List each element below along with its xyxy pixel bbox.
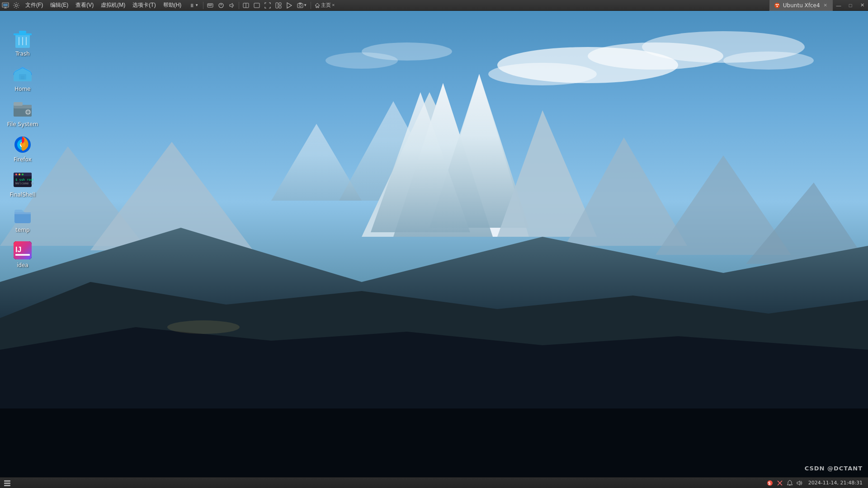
svg-rect-24 — [297, 4, 303, 8]
audio-button[interactable] — [227, 1, 237, 10]
desktop-icon-filesystem[interactable]: File System — [5, 97, 41, 129]
finalshell-label: FinalShell — [10, 192, 36, 198]
svg-point-58 — [167, 320, 240, 334]
present-icon — [286, 2, 292, 9]
pause-button[interactable]: ⏸ ▼ — [187, 1, 201, 10]
svg-marker-97 — [797, 481, 800, 485]
minimize-button[interactable]: — — [833, 0, 844, 11]
svg-point-5 — [15, 4, 18, 6]
desktop-icon-temp[interactable]: temp — [5, 202, 41, 235]
svg-point-39 — [326, 52, 398, 69]
app-menu-icon — [4, 479, 11, 487]
svg-point-79 — [19, 174, 20, 175]
svg-point-80 — [22, 174, 24, 175]
close-button[interactable]: ✕ — [856, 0, 868, 11]
svg-rect-9 — [210, 4, 211, 5]
datetime-display: 2024-11-14, 21:48:31 — [808, 480, 863, 486]
trash-icon — [12, 28, 33, 50]
settings-icon[interactable] — [11, 0, 22, 11]
fullscreen-button[interactable] — [263, 1, 273, 10]
idea-label: idea — [17, 262, 28, 268]
svg-rect-26 — [299, 3, 302, 4]
svg-marker-23 — [287, 3, 292, 8]
app-menu-button[interactable] — [3, 479, 12, 488]
svg-rect-10 — [212, 4, 212, 5]
svg-rect-13 — [212, 5, 212, 6]
clock[interactable]: 2024-11-14, 21:48:31 — [806, 480, 865, 486]
tab-label: Ubuntu Xfce4 — [783, 2, 820, 9]
home-label: Home — [14, 86, 30, 92]
finalshell-icon: $ ssh root@server Welcome to Ubuntu — [12, 169, 33, 191]
svg-point-31 — [776, 5, 778, 7]
svg-point-25 — [299, 5, 302, 7]
menu-tabs[interactable]: 选项卡(T) — [129, 0, 159, 11]
sogou-icon[interactable]: S — [766, 479, 774, 487]
bottom-taskbar-right: S 2024-11-14, 21:48:31 — [766, 479, 868, 487]
firefox-label: Firefox — [14, 156, 32, 163]
desktop: Trash Home — [0, 11, 868, 488]
screenshot-button[interactable]: ▼ — [295, 1, 309, 10]
svg-rect-69 — [14, 102, 23, 106]
desktop-icon-finalshell[interactable]: $ ssh root@server Welcome to Ubuntu Fina… — [5, 167, 41, 200]
taskbar-left: 文件(F) 编辑(E) 查看(V) 虚拟机(M) 选项卡(T) 帮助(H) — [0, 0, 185, 10]
send-ctrl-alt-del-button[interactable] — [205, 1, 215, 10]
svg-rect-88 — [4, 480, 10, 482]
audio-icon — [229, 2, 235, 9]
vm-tab[interactable]: Ubuntu Xfce4 ✕ — [769, 0, 833, 11]
svg-text:IJ: IJ — [15, 246, 21, 253]
svg-text:Welcome to Ubuntu: Welcome to Ubuntu — [15, 182, 33, 185]
svg-rect-1 — [3, 4, 8, 6]
notification-icon[interactable] — [786, 479, 794, 487]
present-button[interactable] — [284, 1, 294, 10]
svg-rect-22 — [279, 6, 281, 8]
unity-button[interactable] — [274, 1, 283, 10]
ubuntu-tab-icon — [774, 2, 780, 9]
unity-icon — [275, 2, 282, 9]
menu-help[interactable]: 帮助(H) — [160, 0, 185, 11]
fullscreen-icon — [264, 2, 271, 9]
menu-view[interactable]: 查看(V) — [72, 0, 97, 11]
desktop-icon-trash[interactable]: Trash — [5, 26, 41, 59]
menu-edit[interactable]: 编辑(E) — [47, 0, 72, 11]
toolbar-sep-1 — [203, 2, 203, 9]
svg-rect-89 — [4, 483, 10, 484]
volume-icon[interactable] — [796, 479, 804, 487]
maximize-button[interactable]: □ — [844, 0, 856, 11]
temp-folder-icon — [12, 204, 33, 226]
svg-rect-21 — [279, 3, 281, 5]
menu-file[interactable]: 文件(F) — [22, 0, 47, 11]
window-controls: — □ ✕ — [833, 0, 868, 11]
power-icon — [218, 2, 224, 9]
bottom-taskbar-left — [0, 479, 13, 488]
tab-close-button[interactable]: ✕ — [823, 2, 828, 8]
svg-rect-83 — [14, 212, 31, 214]
pause-dropdown-arrow: ▼ — [195, 3, 198, 7]
close-systray-icon[interactable] — [776, 479, 784, 487]
temp-label: temp — [15, 227, 29, 233]
svg-rect-90 — [4, 485, 10, 486]
svg-marker-16 — [230, 3, 232, 8]
home-folder-icon — [12, 63, 33, 85]
home-button[interactable]: 主页 ✕ — [313, 1, 337, 10]
svg-text:S: S — [768, 482, 771, 486]
svg-point-30 — [777, 4, 778, 5]
svg-rect-57 — [0, 408, 868, 488]
svg-marker-27 — [315, 3, 320, 8]
svg-rect-61 — [19, 31, 26, 33]
desktop-icon-firefox[interactable]: Firefox — [5, 132, 41, 164]
home-label: 主页 — [321, 2, 331, 9]
svg-rect-60 — [14, 33, 32, 35]
svg-point-29 — [775, 4, 777, 5]
desktop-icon-idea[interactable]: IJ idea — [5, 238, 41, 270]
svg-point-37 — [723, 52, 814, 70]
svg-rect-7 — [208, 4, 209, 5]
watermark: CSDN @DCTANT — [805, 465, 863, 472]
view-split-button[interactable] — [241, 1, 251, 10]
power-button[interactable] — [216, 1, 226, 10]
menu-vm[interactable]: 虚拟机(M) — [97, 0, 129, 11]
svg-point-35 — [488, 63, 597, 85]
vm-icon[interactable] — [0, 0, 11, 11]
svg-rect-11 — [208, 5, 209, 6]
desktop-icon-home[interactable]: Home — [5, 61, 41, 94]
view-single-button[interactable] — [252, 1, 262, 10]
